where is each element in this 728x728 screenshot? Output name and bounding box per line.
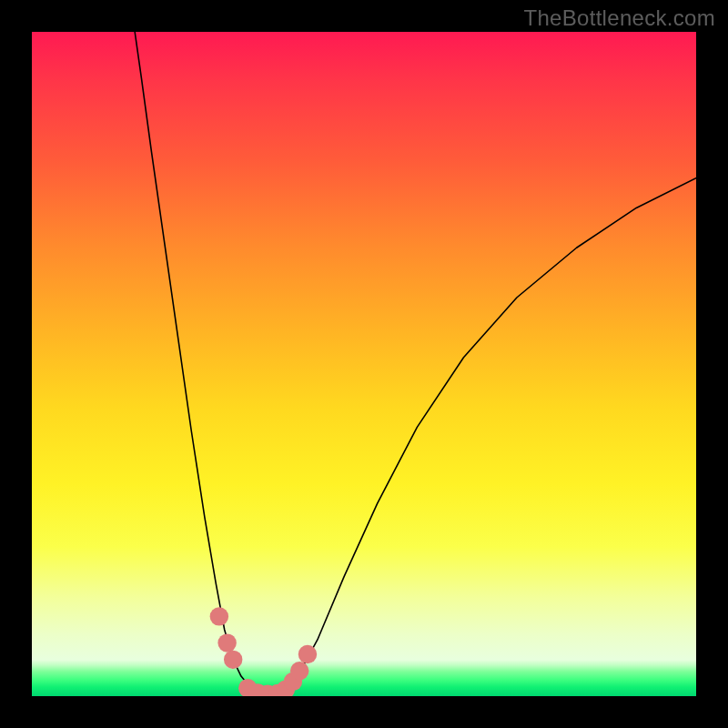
watermark-text: TheBottleneck.com (523, 5, 715, 31)
plot-area (32, 32, 696, 696)
data-marker (298, 645, 317, 663)
chart-frame: TheBottleneck.com (0, 0, 728, 728)
bottleneck-curve (32, 32, 696, 696)
curve-left-branch (135, 32, 271, 696)
data-marker (224, 651, 242, 669)
data-marker (210, 607, 228, 625)
data-marker (290, 662, 308, 680)
curve-right-branch (271, 178, 696, 696)
data-marker (217, 633, 236, 652)
